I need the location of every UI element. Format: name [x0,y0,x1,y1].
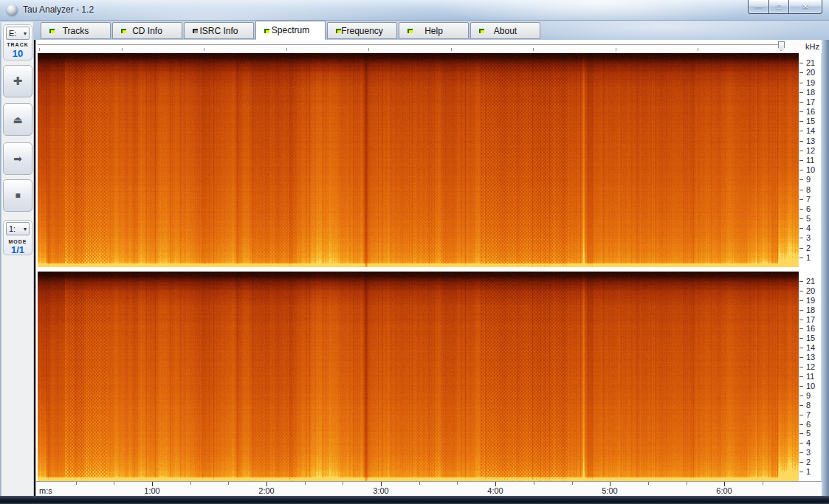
tab-led-green-icon [121,29,126,33]
freq-tick [799,63,803,63]
time-tick-minor [763,482,763,485]
freq-tick [799,248,803,249]
freq-tick-label: 18 [806,305,821,314]
freq-tick [799,310,803,311]
freq-tick-label: 17 [806,97,821,106]
tab-isrc-info[interactable]: ISRC Info [184,22,254,39]
tab-label: About [494,26,517,36]
freq-tick-label: 2 [806,458,821,466]
freq-tick-label: 5 [806,429,821,438]
freq-tick-label: 12 [806,146,821,155]
freq-tick-label: 5 [806,214,821,223]
tab-label: CD Info [132,26,162,36]
time-tick-label: 1:00 [139,486,165,495]
zoom-slider-thumb[interactable] [778,41,785,51]
freq-tick-label: 11 [806,156,821,165]
freq-tick-label: 10 [806,165,821,174]
freq-tick [799,238,803,238]
tab-led-green-icon [407,29,413,33]
drive-select[interactable]: E: ▾ [6,27,30,40]
freq-tick [799,320,803,320]
freq-tick-label: 8 [806,401,821,410]
mode-value: 1/1 [4,244,32,255]
freq-tick [799,472,803,472]
frequency-axis: kHz 212019181716151413121110987654321212… [799,40,822,496]
freq-tick-label: 7 [806,195,821,204]
time-axis-unit: m:s [39,486,52,495]
tab-tracks[interactable]: Tracks [41,22,111,39]
freq-tick [799,415,803,415]
next-track-button[interactable]: ➡ [3,142,32,175]
title-bar: Tau Analyzer - 1.2 — □ ✕ [0,0,829,21]
freq-tick [799,258,803,258]
freq-tick-label: 10 [806,382,821,390]
eject-button[interactable]: ⏏ [3,103,32,136]
freq-tick [799,348,803,348]
freq-tick [799,291,803,291]
window-frame-bottom [0,496,829,504]
frequency-axis-unit: kHz [805,42,819,51]
app-orb-icon [7,4,18,15]
freq-tick-label: 18 [806,88,821,97]
spectrogram-canvas-channel-left [38,53,799,267]
sidebar: E: ▾ TRACK 10 ✚⏏➡■ 1: ▾ MODE 1/1 [1,22,34,496]
tab-bar: TracksCD InfoISRC InfoSpectrumFrequencyH… [41,22,542,40]
freq-tick [799,405,803,406]
time-tick-label: 6:00 [711,486,737,495]
freq-tick [799,386,803,387]
track-label: TRACK [4,42,32,47]
slider-tick [39,48,40,51]
freq-tick [799,151,803,151]
freq-tick [799,102,803,103]
tab-about[interactable]: About [470,22,540,39]
maximize-button[interactable]: □ [768,0,789,14]
freq-tick-label: 6 [806,420,821,429]
freq-tick [799,92,803,93]
add-plus-button[interactable]: ✚ [3,65,32,97]
freq-tick-label: 12 [806,362,821,371]
chevron-down-icon: ▾ [24,226,27,232]
freq-tick-label: 13 [806,353,821,362]
freq-tick [799,462,803,463]
slider-tick [204,48,204,51]
time-tick-minor [457,482,458,485]
freq-tick [799,357,803,358]
tab-cd-info[interactable]: CD Info [112,22,182,39]
time-tick-minor [572,482,573,485]
tab-help[interactable]: Help [399,22,469,39]
freq-tick-label: 7 [806,410,821,419]
window-title: Tau Analyzer - 1.2 [23,4,94,15]
freq-tick-label: 16 [806,107,821,116]
time-tick-minor [228,482,229,485]
freq-tick [799,328,803,329]
stop-button[interactable]: ■ [3,179,32,212]
freq-tick [799,396,803,396]
freq-tick [799,199,803,200]
freq-tick-label: 9 [806,391,821,400]
tab-led-green-icon [336,29,341,33]
slider-tick [698,48,698,51]
zoom-slider-track[interactable] [38,44,785,46]
freq-tick [799,131,803,131]
caption-buttons: — □ ✕ [749,0,822,14]
slider-tick [533,48,534,51]
spectrogram-canvas-channel-right [38,272,799,481]
tab-spectrum[interactable]: Spectrum [255,21,326,40]
time-tick-label: 5:00 [596,486,623,495]
close-button[interactable]: ✕ [788,0,822,14]
tab-label: Tracks [63,26,89,36]
freq-tick [799,300,803,301]
freq-tick-label: 20 [806,68,821,77]
drive-track-group: E: ▾ TRACK 10 [3,24,32,61]
freq-tick-label: 21 [806,58,821,67]
freq-tick [799,281,803,282]
freq-tick-label: 4 [806,438,821,447]
tab-label: ISRC Info [199,26,238,36]
eject-icon: ⏏ [13,114,22,125]
time-axis: m:s 1:002:003:004:005:006:00 [36,481,822,496]
tab-frequency[interactable]: Frequency [327,22,397,39]
freq-tick-label: 9 [806,175,821,184]
freq-tick [799,424,803,425]
minimize-button[interactable]: — [748,0,769,14]
mode-select[interactable]: 1: ▾ [6,222,30,235]
